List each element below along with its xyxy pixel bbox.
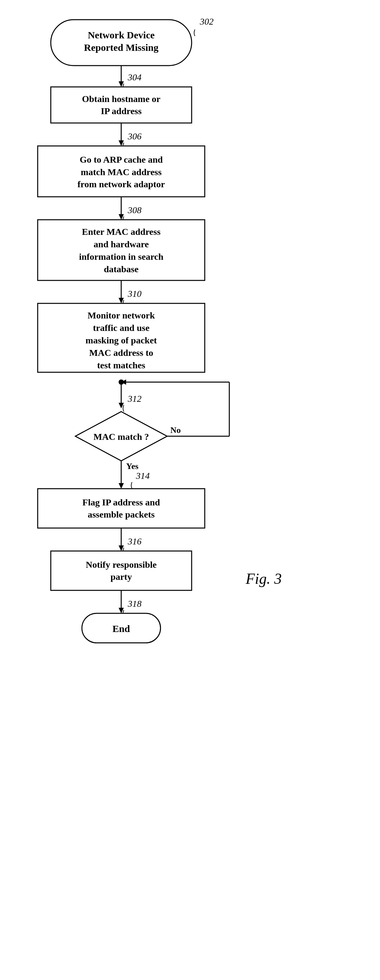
svg-text:302: 302 bbox=[200, 16, 214, 27]
svg-text:from network adaptor: from network adaptor bbox=[77, 179, 165, 189]
svg-text:Monitor network: Monitor network bbox=[87, 310, 155, 320]
svg-text:information in search: information in search bbox=[79, 251, 163, 262]
svg-marker-48 bbox=[119, 483, 124, 489]
svg-text:test matches: test matches bbox=[97, 360, 146, 370]
flowchart-diagram: Network Device Reported Missing 302 304 … bbox=[0, 0, 380, 980]
svg-text:Fig. 3: Fig. 3 bbox=[245, 570, 282, 587]
svg-text:318: 318 bbox=[127, 598, 141, 609]
svg-rect-55 bbox=[51, 551, 192, 590]
svg-text:End: End bbox=[112, 623, 130, 634]
svg-text:316: 316 bbox=[127, 536, 141, 546]
svg-text:No: No bbox=[170, 425, 181, 435]
svg-text:312: 312 bbox=[127, 394, 141, 404]
svg-text:314: 314 bbox=[136, 471, 150, 481]
flowchart-svg: Network Device Reported Missing 302 304 … bbox=[0, 0, 380, 980]
svg-text:310: 310 bbox=[127, 289, 141, 299]
svg-text:MAC address to: MAC address to bbox=[89, 348, 153, 358]
svg-text:IP address: IP address bbox=[101, 106, 142, 116]
svg-text:database: database bbox=[104, 264, 139, 274]
svg-rect-7 bbox=[51, 87, 192, 123]
svg-text:Notify responsible: Notify responsible bbox=[86, 560, 157, 570]
svg-text:Go to ARP cache and: Go to ARP cache and bbox=[79, 154, 163, 165]
svg-text:party: party bbox=[111, 572, 132, 582]
svg-text:Reported Missing: Reported Missing bbox=[84, 42, 158, 53]
svg-text:Flag IP address and: Flag IP address and bbox=[82, 497, 160, 508]
svg-text:Obtain hostname or: Obtain hostname or bbox=[82, 94, 160, 104]
svg-text:MAC match ?: MAC match ? bbox=[93, 432, 149, 442]
svg-text:and hardware: and hardware bbox=[94, 239, 149, 249]
svg-text:traffic and use: traffic and use bbox=[93, 323, 150, 333]
svg-text:match MAC address: match MAC address bbox=[81, 167, 162, 177]
svg-text:Network Device: Network Device bbox=[88, 30, 155, 40]
svg-rect-49 bbox=[38, 489, 205, 528]
svg-text:Yes: Yes bbox=[126, 461, 139, 471]
svg-text:masking of packet: masking of packet bbox=[86, 335, 157, 345]
svg-text:assemble packets: assemble packets bbox=[88, 509, 155, 520]
svg-text:308: 308 bbox=[127, 205, 141, 215]
svg-text:306: 306 bbox=[127, 131, 141, 142]
svg-text:Enter MAC address: Enter MAC address bbox=[82, 227, 160, 237]
svg-text:304: 304 bbox=[127, 72, 141, 82]
